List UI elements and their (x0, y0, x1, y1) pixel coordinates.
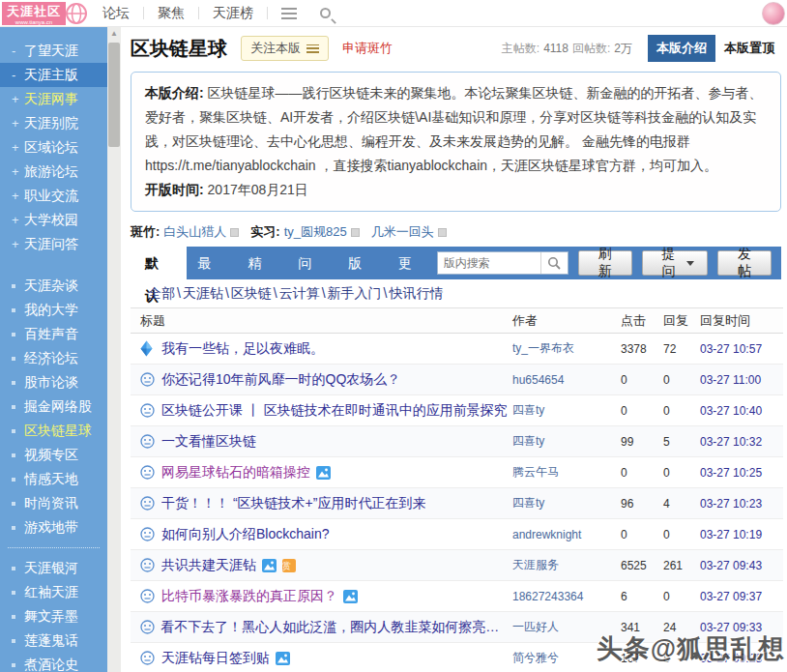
sidebar-item-wodedaxue[interactable]: 我的大学 (0, 298, 107, 322)
post-author-link[interactable]: 简兮雅兮 (512, 650, 621, 666)
post-author-link[interactable]: 天涯服务 (512, 557, 621, 573)
sidebar-item-tianyazhuban[interactable]: -天涯主版 (0, 63, 107, 87)
follow-board-button[interactable]: 关注本版 (241, 36, 329, 61)
sidebar-item-tianyawangshi[interactable]: +天涯网事 (0, 87, 107, 111)
tab-board-intro[interactable]: 本版介绍 (648, 35, 715, 62)
sidebar-item-liaowangtianya[interactable]: -了望天涯 (0, 39, 107, 63)
sidebar-item-qukuailianxingqiu[interactable]: 区块链星球 (0, 419, 107, 443)
category-all[interactable]: 全部 (148, 285, 175, 303)
board-search-button[interactable] (540, 252, 568, 274)
post-replies: 24 (663, 621, 700, 634)
menu-icon[interactable] (281, 8, 297, 19)
post-title-link[interactable]: 我有一些钻，足以夜难眠。 (161, 340, 324, 358)
post-clicks: 3378 (621, 342, 663, 356)
user-avatar[interactable] (762, 2, 785, 25)
post-title-link[interactable]: 共识共建天涯钻 (161, 557, 256, 574)
sidebar-item-lvyouluntan[interactable]: +旅游论坛 (0, 160, 107, 184)
refresh-button[interactable]: 刷新 (578, 250, 632, 276)
category-beginner[interactable]: 新手入门 (320, 285, 382, 303)
post-title-link[interactable]: 一文看懂区块链 (161, 433, 256, 451)
moderator-link[interactable]: 白头山猎人 (163, 223, 226, 241)
post-author-link[interactable]: ty_一界布衣 (512, 340, 621, 357)
category-tianyazuan[interactable]: 天涯钻 (175, 285, 223, 303)
sidebar-item-tianyabieyuan[interactable]: +天涯别院 (0, 111, 107, 135)
post-author-link[interactable]: andrewknight (512, 528, 621, 541)
filter-tab-default[interactable]: 默认 (131, 247, 187, 279)
sidebar-item-youxididai[interactable]: 游戏地带 (0, 515, 107, 540)
filter-tab-featured[interactable]: 精品 (237, 247, 287, 279)
moderator-link[interactable]: ty_圆规825 (284, 223, 347, 241)
message-icon[interactable] (230, 228, 239, 237)
post-title-link[interactable]: 你还记得10年前风靡一时的QQ农场么？ (161, 371, 400, 389)
sidebar-item-zhiyejiaoliu[interactable]: +职业交流 (0, 184, 107, 208)
sidebar-item-tianyawenda[interactable]: +天涯问答 (0, 232, 107, 256)
reply-count: 2万 (614, 41, 632, 57)
search-icon[interactable] (320, 8, 331, 18)
post-author-link[interactable]: 腾云午马 (512, 464, 621, 481)
sidebar-scrollbar[interactable]: ▲ (107, 27, 121, 672)
post-replies: 72 (663, 342, 700, 356)
site-logo-url: www.tianya.cn (7, 19, 61, 25)
post-title-link[interactable]: 网易星球钻石的暗箱操控 (161, 464, 310, 482)
post-title-link[interactable]: 看不下去了！黑心人如此泛滥，圈内人教韭菜如何擦亮双眼！ (160, 619, 512, 636)
sidebar-item-tianyazatan[interactable]: 天涯杂谈 (0, 274, 107, 298)
intern-label: 实习: (250, 223, 279, 241)
post-title-link[interactable]: 如何向别人介绍Blockchain? (161, 526, 330, 543)
post-list: 我有一些钻，足以夜难眠。 ty_一界布衣 3378 72 03-27 10:57… (131, 334, 783, 672)
sidebar-item-juejinwangluogu[interactable]: 掘金网络股 (0, 394, 107, 419)
table-row: 一文看懂区块链 四喜ty 99 5 03-27 10:32 (131, 426, 783, 457)
apply-moderator-link[interactable]: 申请斑竹 (342, 40, 393, 57)
divider (267, 7, 268, 19)
category-news[interactable]: 快讯行情 (382, 285, 444, 303)
board-search-input[interactable] (438, 252, 540, 274)
ask-question-button[interactable]: 提问 (642, 250, 709, 276)
post-title-link[interactable]: 干货！！！ “区块链技术+”应用时代正在到来 (161, 495, 425, 512)
sidebar-item-lianpengguihua[interactable]: 莲蓬鬼话 (0, 628, 107, 653)
scrollbar-up-arrow-icon[interactable]: ▲ (109, 29, 119, 39)
nav-forum[interactable]: 论坛 (102, 5, 130, 22)
site-logo[interactable]: 天涯社区 www.tianya.cn (2, 1, 89, 26)
sidebar-item-shishangzixun[interactable]: 时尚资讯 (0, 491, 107, 515)
sidebar-item-jingjiluntan[interactable]: 经济论坛 (0, 346, 107, 370)
nav-ranking[interactable]: 天涯榜 (213, 5, 253, 22)
post-author-link[interactable]: 四喜ty (512, 495, 621, 511)
sidebar-item-zhujiulunshi[interactable]: 煮酒论史 (0, 653, 107, 672)
sidebar-item-wuwennongmo[interactable]: 舞文弄墨 (0, 604, 107, 628)
filter-tab-more[interactable]: 更多 (387, 247, 437, 279)
post-title-link[interactable]: 天涯钻每日签到贴 (161, 650, 270, 667)
sidebar-item-hongxiutianya[interactable]: 红袖天涯 (0, 580, 107, 604)
post-author-link[interactable]: 四喜ty (512, 402, 621, 419)
moderator-link[interactable]: 几米一回头 (371, 223, 434, 241)
sidebar-item-baixingshengyin[interactable]: 百姓声音 (0, 322, 107, 346)
filter-tab-qa[interactable]: 问答 (286, 247, 336, 279)
post-author-link[interactable]: 四喜ty (512, 433, 621, 450)
post-replies: 0 (663, 373, 700, 387)
post-author-link[interactable]: hu654654 (512, 373, 621, 387)
message-icon[interactable] (438, 228, 447, 237)
filter-tab-boardadmin[interactable]: 版务 (336, 247, 387, 279)
board-intro-box: 本版介绍: 区块链星球——践行区块链未来的聚集地。本论坛聚集区块链、新金融的的开… (131, 72, 781, 212)
scrollbar-thumb[interactable] (108, 43, 120, 147)
post-title-link[interactable]: 比特币暴涨暴跌的真正原因？ (161, 588, 337, 605)
sidebar-item-tianyayinhe[interactable]: 天涯银河 (0, 556, 107, 580)
post-author-link[interactable]: 18627243364 (512, 590, 621, 603)
sidebar-item-quyuluntan[interactable]: +区域论坛 (0, 135, 107, 160)
new-post-button[interactable]: 发帖 (717, 250, 772, 276)
filter-tab-latest[interactable]: 最新 (187, 247, 237, 279)
smiley-icon (140, 434, 161, 449)
category-blockchain[interactable]: 区块链 (223, 285, 272, 303)
message-icon[interactable] (351, 228, 360, 237)
sidebar-item-shipinzhuanqu[interactable]: 视频专区 (0, 443, 107, 467)
sidebar-item-qingantiandi[interactable]: 情感天地 (0, 467, 107, 491)
tab-board-sticky[interactable]: 本版置顶 (715, 35, 783, 62)
post-reply-time: 03-27 10:25 (700, 466, 783, 480)
sidebar-item-daxuexiaoyuan[interactable]: +大学校园 (0, 208, 107, 232)
sidebar-item-gushiluntan[interactable]: 股市论谈 (0, 370, 107, 394)
post-title-link[interactable]: 区块链公开课 丨 区块链技术在即时通讯中的应用前景探究 (161, 402, 508, 420)
smiley-icon (140, 465, 161, 480)
chevron-down-icon (686, 261, 694, 266)
image-attachment-icon (316, 466, 331, 480)
nav-focus[interactable]: 聚焦 (158, 5, 185, 22)
category-cloud[interactable]: 云计算 (272, 285, 320, 303)
post-author-link[interactable]: 一匹好人 (512, 619, 621, 635)
